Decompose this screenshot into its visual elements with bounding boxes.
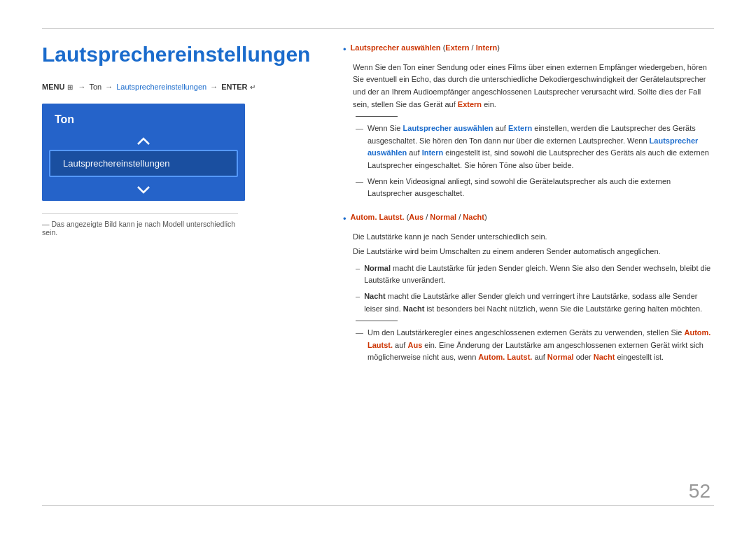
sub-dash3: ― (356, 327, 363, 339)
page-number: 52 (689, 480, 710, 503)
section2: • Autom. Lautst. (Aus / Normal / Nacht) … (343, 211, 714, 364)
breadcrumb-enter-icon: ↵ (250, 83, 255, 91)
section1-sub1-bold2: Lautsprecher auswählen (368, 136, 698, 157)
menu-box: Ton Lautsprechereinstellungen (42, 104, 245, 201)
section1-extern-bold: Extern (458, 100, 482, 108)
section2-normal-bold2: Normal (547, 353, 574, 361)
section1-sub2-text: Wenn kein Videosignal anliegt, sind sowo… (368, 176, 714, 200)
top-line (42, 28, 714, 29)
bullet2: • (343, 212, 346, 227)
section2-nacht-bold3: Nacht (594, 353, 615, 361)
bullet1: • (343, 43, 346, 57)
breadcrumb-ton: Ton (89, 83, 102, 91)
section2-dash1-text: Normal macht die Lautstärke für jeden Se… (364, 262, 714, 287)
section2-dash1: – Normal macht die Lautstärke für jeden … (356, 262, 714, 287)
section2-normal-bold: Normal (364, 264, 391, 272)
section1-sub1-intern: Intern (422, 148, 444, 157)
section1-intern: Intern (476, 43, 498, 52)
breadcrumb-arrow1: → (78, 83, 85, 91)
page-title: Lautsprechereinstellungen (42, 42, 308, 67)
section2-normal: Normal (430, 213, 456, 221)
sub-dash2: ― (356, 176, 363, 188)
section2-nacht-bold2: Nacht (403, 304, 425, 313)
right-panel: • Lautsprecher auswählen (Extern / Inter… (343, 42, 714, 375)
section2-slash1: / (424, 213, 430, 221)
section2-note1: ― Um den Lautstärkeregler eines angeschl… (356, 327, 714, 364)
breadcrumb-arrow3: → (210, 83, 218, 91)
section2-paren-close: ) (484, 213, 487, 221)
section1-heading: Lautsprecher auswählen (351, 43, 441, 52)
section1-slash: / (470, 43, 476, 52)
breadcrumb-lautsprechereinstellungen: Lautsprechereinstellungen (116, 83, 206, 91)
section2-nacht: Nacht (463, 213, 484, 221)
section2-aus: Aus (409, 213, 424, 221)
dash-sym2: – (356, 290, 360, 303)
section2-heading-text: Autom. Lautst. (Aus / Normal / Nacht) (351, 211, 487, 224)
dash-sym1: – (356, 262, 360, 275)
section2-dash2-text: Nacht macht die Lautstärke aller Sender … (364, 290, 714, 315)
section2-body2: Die Lautstärke wird beim Umschalten zu e… (353, 246, 714, 258)
section2-body1: Die Lautstärke kann je nach Sender unter… (353, 231, 714, 244)
section1-body1: Wenn Sie den Ton einer Sendung oder eine… (353, 62, 714, 111)
breadcrumb: MENU ⊞ → Ton → Lautsprechereinstellungen… (42, 83, 308, 91)
section1-header-row: • Lautsprecher auswählen (Extern / Inter… (343, 42, 714, 57)
section1-sub1: ― Wenn Sie Lautsprecher auswählen auf Ex… (356, 122, 714, 171)
breadcrumb-menu: MENU (42, 83, 64, 91)
breadcrumb-menu-icon: ⊞ (67, 83, 73, 91)
section2-autom-bold2: Autom. Lautst. (478, 353, 532, 361)
note-line: ― Das angezeigte Bild kann je nach Model… (42, 213, 238, 237)
section2-header-row: • Autom. Lautst. (Aus / Normal / Nacht) (343, 211, 714, 227)
section1-paren-close: ) (497, 43, 500, 52)
section2-heading: Autom. Lautst. (351, 213, 405, 221)
section1-extern: Extern (445, 43, 469, 52)
menu-box-item-lautsprechereinstellungen[interactable]: Lautsprechereinstellungen (49, 150, 238, 177)
section2-nacht-bold1: Nacht (364, 292, 386, 300)
bottom-line (42, 505, 714, 506)
section2-dash2: – Nacht macht die Lautstärke aller Sende… (356, 290, 714, 315)
menu-box-header: Ton (42, 104, 245, 133)
section2-aus-bold: Aus (407, 341, 422, 349)
divider2 (356, 321, 398, 321)
section2-slash2: / (456, 213, 463, 221)
section1-sub1-text: Wenn Sie Lautsprecher auswählen auf Exte… (368, 122, 714, 171)
chevron-up-icon (42, 133, 245, 150)
section2-note1-text: Um den Lautstärkeregler eines angeschlos… (368, 327, 714, 364)
chevron-down-icon (42, 181, 245, 201)
breadcrumb-enter: ENTER (221, 83, 247, 91)
section1-sub1-extern: Extern (508, 124, 532, 132)
divider1 (356, 116, 398, 117)
left-panel: Lautsprechereinstellungen MENU ⊞ → Ton →… (42, 42, 308, 237)
section1-heading-text: Lautsprecher auswählen (Extern / Intern) (351, 42, 500, 55)
section1-sub1-bold1: Lautsprecher auswählen (403, 124, 493, 132)
sub-dash1: ― (356, 122, 363, 135)
section1-sub2: ― Wenn kein Videosignal anliegt, sind so… (356, 176, 714, 200)
breadcrumb-arrow2: → (105, 83, 113, 91)
section1: • Lautsprecher auswählen (Extern / Inter… (343, 42, 714, 200)
